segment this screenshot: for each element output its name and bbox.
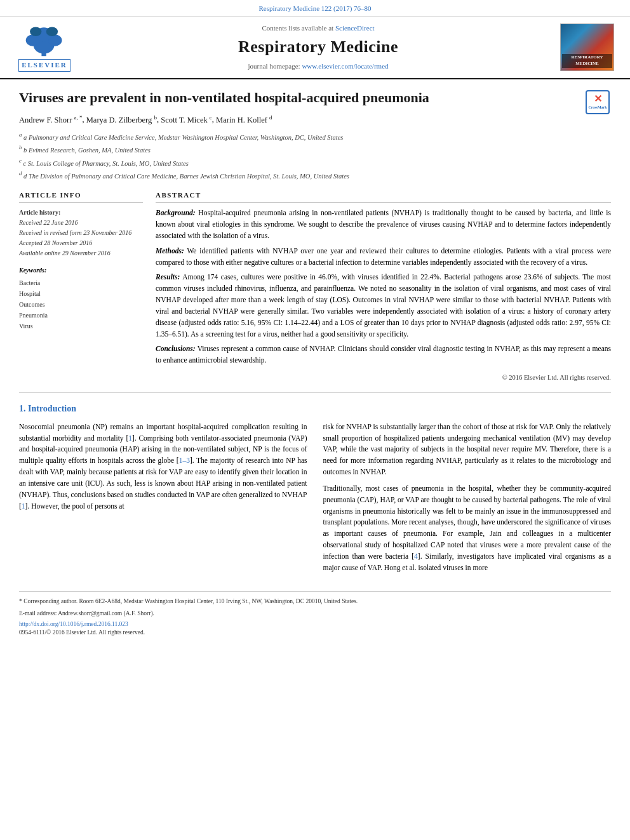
email-label: E-mail address: — [19, 610, 57, 617]
affiliation-c-text: c St. Louis College of Pharmacy, St. Lou… — [23, 159, 189, 166]
corresponding-note-text: * Corresponding author. Room 6E2-A68d, M… — [19, 598, 358, 604]
journal-citation: Respiratory Medicine 122 (2017) 76–80 — [0, 0, 630, 17]
doi-link[interactable]: http://dx.doi.org/10.1016/j.rmed.2016.11… — [19, 621, 128, 627]
author-micek: Scott T. Micek c — [161, 116, 212, 124]
journal-cover-image — [560, 23, 614, 71]
methods-head: Methods: — [156, 247, 184, 255]
crossmark-widget[interactable]: ✕ CrossMark — [586, 90, 611, 116]
article-footer: * Corresponding author. Room 6E2-A68d, M… — [19, 591, 611, 637]
author-shorr: Andrew F. Shorr a, * — [19, 116, 83, 124]
keywords-section: Keywords: Bacteria Hospital Outcomes Pne… — [19, 266, 143, 331]
sciencedirect-prefix: Contents lists available at — [262, 24, 333, 32]
issn-text: 0954-6111/© 2016 Elsevier Ltd. All right… — [19, 629, 145, 636]
intro-para-1: Nosocomial pneumonia (NP) remains an imp… — [19, 422, 307, 512]
journal-logo-left: ELSEVIER — [13, 23, 76, 71]
email-author-name: (A.F. Shorr). — [124, 610, 154, 617]
results-head: Results: — [156, 273, 180, 281]
body-two-col: Nosocomial pneumonia (NP) remains an imp… — [19, 422, 611, 579]
intro-text-left: Nosocomial pneumonia (NP) remains an imp… — [19, 422, 307, 512]
keywords-label: Keywords: — [19, 266, 143, 275]
background-head: Background: — [156, 209, 196, 217]
intro-para-3: Traditionally, most cases of pneumonia i… — [323, 483, 612, 574]
article-title: Viruses are prevalent in non-ventilated … — [19, 89, 611, 107]
abstract-text: Background: Hospital-acquired pneumonia … — [156, 208, 611, 383]
ref-1-3: 1–3 — [179, 457, 190, 464]
doi-line: http://dx.doi.org/10.1016/j.rmed.2016.11… — [19, 620, 611, 629]
homepage-link[interactable]: www.elsevier.com/locate/rmed — [302, 62, 388, 70]
available-date: Available online 29 November 2016 — [19, 250, 111, 257]
article-history: Article history: Received 22 June 2016 R… — [19, 208, 143, 258]
received-date: Received 22 June 2016 — [19, 219, 77, 226]
conclusions-head: Conclusions: — [156, 345, 196, 352]
conclusions-text: Viruses represent a common cause of NVHA… — [156, 345, 611, 364]
affiliation-b-text: b Evimed Research, Goshen, MA, United St… — [23, 147, 151, 154]
body-col-left: Nosocomial pneumonia (NP) remains an imp… — [19, 422, 307, 579]
authors-line: Andrew F. Shorr a, *, Marya D. Zilberber… — [19, 113, 611, 126]
ref-1b: 1 — [22, 502, 25, 510]
keywords-list: Bacteria Hospital Outcomes Pneumonia Vir… — [19, 277, 143, 331]
page-wrapper: Respiratory Medicine 122 (2017) 76–80 EL… — [0, 0, 630, 650]
history-label: Article history: — [19, 208, 143, 218]
journal-header: ELSEVIER Contents lists available at Sci… — [0, 17, 630, 79]
svg-point-5 — [30, 27, 41, 37]
article-info-label: ARTICLE INFO — [19, 190, 143, 203]
journal-center: Contents lists available at ScienceDirec… — [83, 23, 554, 71]
body-col-right: risk for NVHAP is substantially larger t… — [323, 422, 612, 579]
ref-1: 1 — [128, 434, 132, 442]
issn-line: 0954-6111/© 2016 Elsevier Ltd. All right… — [19, 629, 611, 637]
elsevier-logo: ELSEVIER — [13, 23, 76, 71]
ref-4: 4 — [414, 552, 418, 560]
elsevier-brand: ELSEVIER — [18, 59, 70, 71]
affiliation-d: d d The Division of Pulmonary and Critic… — [19, 170, 611, 181]
keyword-hospital: Hospital — [19, 288, 143, 299]
sciencedirect-label: Contents lists available at ScienceDirec… — [83, 23, 554, 33]
elsevier-tree-icon — [19, 23, 70, 58]
results-text: Among 174 cases, cultures were positive … — [156, 273, 611, 337]
email-line: E-mail address: Andrew.shorr@gmail.com (… — [19, 609, 611, 618]
copyright-notice: © 2016 Elsevier Ltd. All rights reserved… — [156, 373, 611, 383]
abstract-background: Background: Hospital-acquired pneumonia … — [156, 208, 611, 241]
affiliations: a a Pulmonary and Critical Care Medicine… — [19, 131, 611, 181]
intro-text-right: risk for NVHAP is substantially larger t… — [323, 422, 612, 574]
journal-title: Respiratory Medicine — [83, 36, 554, 58]
abstract-conclusions: Conclusions: Viruses represent a common … — [156, 343, 611, 366]
abstract-results: Results: Among 174 cases, cultures were … — [156, 272, 611, 340]
sciencedirect-link[interactable]: ScienceDirect — [335, 24, 375, 32]
crossmark-label: CrossMark — [588, 105, 607, 110]
section-divider — [19, 392, 611, 393]
abstract-methods: Methods: We identified patients with NVH… — [156, 246, 611, 269]
background-text: Hospital-acquired pneumonia arising in n… — [156, 209, 611, 239]
keyword-outcomes: Outcomes — [19, 299, 143, 310]
keyword-bacteria: Bacteria — [19, 277, 143, 288]
keyword-virus: Virus — [19, 321, 143, 331]
affiliation-d-text: d The Division of Pulmonary and Critical… — [23, 172, 349, 179]
affiliation-c: c c St. Louis College of Pharmacy, St. L… — [19, 157, 611, 168]
affiliation-a-text: a Pulmonary and Critical Care Medicine S… — [23, 134, 343, 141]
article-info-col: ARTICLE INFO Article history: Received 2… — [19, 190, 143, 383]
author-zilberberg: Marya D. Zilberberg b — [86, 116, 157, 124]
journal-logo-right — [560, 23, 617, 71]
corresponding-author-note: * Corresponding author. Room 6E2-A68d, M… — [19, 597, 611, 606]
journal-homepage: journal homepage: www.elsevier.com/locat… — [83, 62, 554, 71]
citation-text: Respiratory Medicine 122 (2017) 76–80 — [258, 4, 371, 12]
homepage-label: journal homepage: — [248, 62, 300, 70]
crossmark-icon: ✕ — [594, 94, 602, 104]
affiliation-b: b b Evimed Research, Goshen, MA, United … — [19, 143, 611, 155]
keyword-pneumonia: Pneumonia — [19, 310, 143, 321]
introduction-section: 1. Introduction Nosocomial pneumonia (NP… — [19, 403, 611, 578]
intro-para-2: risk for NVHAP is substantially larger t… — [323, 422, 612, 478]
affiliation-a: a a Pulmonary and Critical Care Medicine… — [19, 131, 611, 142]
article-info-abstract: ARTICLE INFO Article history: Received 2… — [19, 190, 611, 383]
intro-heading: 1. Introduction — [19, 403, 611, 415]
svg-point-6 — [46, 27, 58, 37]
abstract-label: ABSTRACT — [156, 190, 611, 203]
abstract-col: ABSTRACT Background: Hospital-acquired p… — [156, 190, 611, 383]
author-kollef: Marin H. Kollef d — [216, 116, 272, 124]
methods-text: We identified patients with NVHAP over o… — [156, 247, 611, 266]
article-container: ✕ CrossMark Viruses are prevalent in non… — [0, 79, 630, 650]
received-revised-date: Received in revised form 23 November 201… — [19, 229, 131, 236]
accepted-date: Accepted 28 November 2016 — [19, 239, 92, 246]
email-link[interactable]: Andrew.shorr@gmail.com — [58, 610, 122, 617]
crossmark-badge[interactable]: ✕ CrossMark — [586, 90, 610, 114]
